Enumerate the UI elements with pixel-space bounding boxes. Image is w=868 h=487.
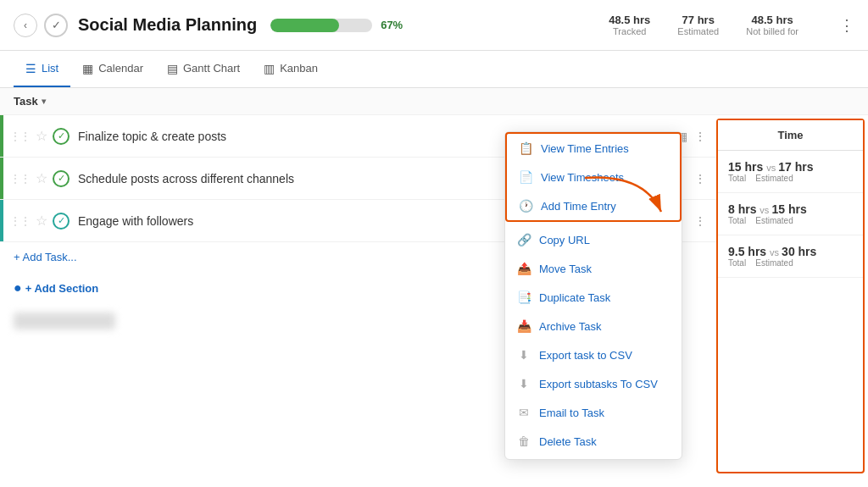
time-column-header: Time <box>718 120 863 151</box>
time-column: Time 15 hrs vs 17 hrs Total Estimated 8 … <box>716 119 865 473</box>
check-button[interactable]: ✓ <box>44 14 68 37</box>
tabs-bar: ☰ List ▦ Calendar ▤ Gantt Chart ▥ Kanban <box>0 51 868 88</box>
tab-calendar[interactable]: ▦ Calendar <box>70 51 155 87</box>
stat-notbilled: 48.5 hrs Not billed for <box>746 14 798 36</box>
menu-item-archive-task[interactable]: 📥 Archive Task <box>505 312 682 340</box>
progress-fill <box>270 19 338 32</box>
time-vs-1: vs <box>766 163 778 173</box>
menu-item-email-task-label: Email to Task <box>539 407 604 419</box>
menu-item-export-csv[interactable]: ⬇ Export task to CSV <box>505 340 682 369</box>
menu-item-export-subtasks-csv[interactable]: ⬇ Export subtasks To CSV <box>505 369 682 398</box>
menu-item-view-timesheets[interactable]: 📄 View Timesheets <box>507 163 680 191</box>
tab-kanban-label: Kanban <box>280 62 318 75</box>
add-time-icon: 🕐 <box>519 199 532 213</box>
time-cell-1: 15 hrs vs 17 hrs Total Estimated <box>718 151 863 193</box>
add-section-plus-icon: ● <box>14 280 22 296</box>
task-status-1: ✓ <box>53 128 70 145</box>
drag-handle-icon: ⋮⋮ <box>10 130 31 142</box>
project-title: Social Media Planning <box>78 15 257 35</box>
time-entries-icon: 📋 <box>519 141 532 155</box>
task-actions-3: ⋮ <box>694 214 706 228</box>
task-status-2: ✓ <box>53 170 70 187</box>
toolbar: Task ▾ <box>0 88 868 115</box>
task-more-icon[interactable]: ⋮ <box>694 214 706 228</box>
time-total-3: 9.5 hrs <box>728 245 766 258</box>
header: ‹ ✓ Social Media Planning 67% 48.5 hrs T… <box>0 0 868 51</box>
add-section-label: + Add Section <box>25 282 99 295</box>
menu-item-export-subtasks-csv-label: Export subtasks To CSV <box>539 378 658 390</box>
time-label-2: Total Estimated <box>728 216 807 225</box>
star-button[interactable]: ☆ <box>36 170 47 186</box>
context-menu-lower: 🔗 Copy URL 📤 Move Task 📑 Duplicate Task … <box>505 222 682 459</box>
task-dropdown-label: Task <box>14 95 38 108</box>
menu-item-delete-task-label: Delete Task <box>539 435 597 448</box>
menu-item-delete-task[interactable]: 🗑 Delete Task <box>505 427 682 456</box>
time-est-3: 30 hrs <box>782 245 816 258</box>
move-icon: 📤 <box>517 262 531 275</box>
star-button[interactable]: ☆ <box>36 128 47 144</box>
drag-handle-icon: ⋮⋮ <box>10 215 31 227</box>
tab-list-label: List <box>42 62 58 75</box>
menu-item-email-task[interactable]: ✉ Email to Task <box>505 398 682 427</box>
task-more-icon[interactable]: ⋮ <box>694 172 706 185</box>
time-total-2: 8 hrs <box>728 202 756 216</box>
delete-icon: 🗑 <box>517 434 531 448</box>
menu-item-view-timesheets-label: View Timesheets <box>541 171 624 184</box>
time-label-1: Total Estimated <box>728 174 813 183</box>
export-subtasks-icon: ⬇ <box>517 377 531 390</box>
list-icon: ☰ <box>25 62 36 75</box>
task-bar-3 <box>0 200 3 241</box>
menu-item-move-task-label: Move Task <box>539 263 592 275</box>
task-dropdown[interactable]: Task ▾ <box>14 95 46 108</box>
blur-block <box>14 313 115 329</box>
progress-bar <box>270 19 372 32</box>
stat-estimated-label: Estimated <box>677 26 719 36</box>
task-more-icon[interactable]: ⋮ <box>694 130 706 143</box>
menu-item-archive-task-label: Archive Task <box>539 320 601 333</box>
time-est-1: 17 hrs <box>778 160 813 174</box>
timesheets-icon: 📄 <box>519 170 532 184</box>
more-options-button[interactable]: ⋮ <box>839 16 854 35</box>
star-button[interactable]: ☆ <box>36 213 47 229</box>
menu-item-duplicate-task[interactable]: 📑 Duplicate Task <box>505 283 682 312</box>
back-button[interactable]: ‹ <box>14 14 37 37</box>
archive-icon: 📥 <box>517 319 531 333</box>
menu-item-move-task[interactable]: 📤 Move Task <box>505 254 682 283</box>
email-icon: ✉ <box>517 406 531 419</box>
stat-notbilled-label: Not billed for <box>746 26 798 36</box>
tab-kanban[interactable]: ▥ Kanban <box>252 51 330 87</box>
tab-gantt[interactable]: ▤ Gantt Chart <box>155 51 252 87</box>
stat-estimated: 77 hrs Estimated <box>677 14 719 36</box>
menu-item-view-time-entries-label: View Time Entries <box>541 142 629 155</box>
add-task-label: + Add Task... <box>14 251 77 263</box>
dropdown-arrow-icon: ▾ <box>42 97 46 106</box>
menu-item-add-time-entry[interactable]: 🕐 Add Time Entry <box>507 191 680 220</box>
time-vs-3: vs <box>770 247 782 257</box>
task-bar-2 <box>0 158 3 199</box>
time-total-1: 15 hrs <box>728 160 763 174</box>
time-label-3: Total Estimated <box>728 258 816 268</box>
menu-item-view-time-entries[interactable]: 📋 View Time Entries <box>507 134 680 163</box>
tab-gantt-label: Gantt Chart <box>183 62 240 75</box>
stat-notbilled-value: 48.5 hrs <box>746 14 798 26</box>
menu-item-duplicate-task-label: Duplicate Task <box>539 291 610 304</box>
task-status-3: ✓ <box>53 213 70 230</box>
task-actions-2: ⋮ <box>694 172 706 185</box>
kanban-icon: ▥ <box>264 62 275 75</box>
export-csv-icon: ⬇ <box>517 348 531 362</box>
menu-item-copy-url[interactable]: 🔗 Copy URL <box>505 225 682 254</box>
header-nav: ‹ ✓ <box>14 14 68 37</box>
menu-item-export-csv-label: Export task to CSV <box>539 349 632 362</box>
time-cell-3: 9.5 hrs vs 30 hrs Total Estimated <box>718 235 863 278</box>
context-menu: 📋 View Time Entries 📄 View Timesheets 🕐 … <box>504 131 682 460</box>
time-vs-2: vs <box>760 205 771 215</box>
task-list-area: ⋮⋮ ☆ ✓ Finalize topic & create posts 👁 ＋… <box>0 115 868 477</box>
menu-item-copy-url-label: Copy URL <box>539 234 590 246</box>
progress-label: 67% <box>381 19 403 31</box>
stat-tracked-label: Tracked <box>609 26 650 36</box>
stat-tracked: 48.5 hrs Tracked <box>609 14 650 36</box>
drag-handle-icon: ⋮⋮ <box>10 173 31 185</box>
gantt-icon: ▤ <box>167 62 178 75</box>
tab-list[interactable]: ☰ List <box>14 51 70 87</box>
stat-tracked-value: 48.5 hrs <box>609 14 650 26</box>
